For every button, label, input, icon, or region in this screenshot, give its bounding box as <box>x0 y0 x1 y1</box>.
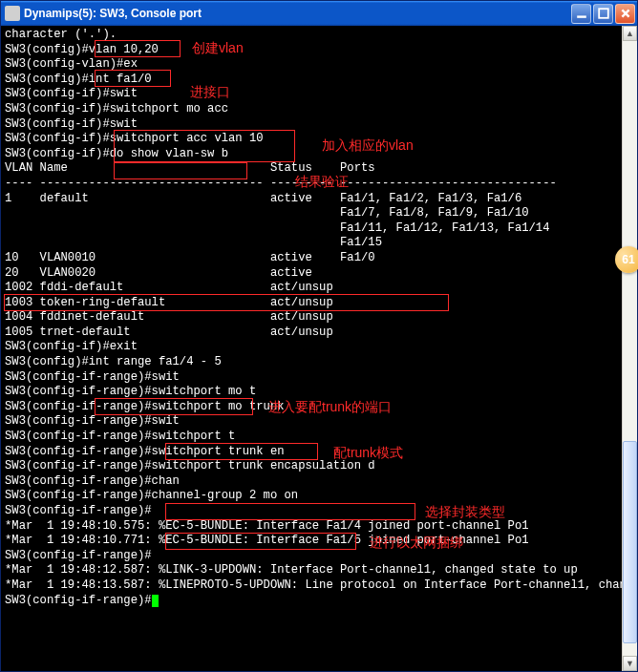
maximize-icon <box>598 8 609 19</box>
terminal-line: ---- -------------------------------- --… <box>5 177 633 192</box>
terminal-line: SW3(config)#vlan 10,20 <box>5 43 633 58</box>
minimize-icon <box>576 8 587 19</box>
close-button[interactable] <box>615 4 635 24</box>
terminal-line: SW3(config-if-range)#chan <box>5 474 633 490</box>
svg-rect-1 <box>599 9 608 18</box>
terminal-line: 1003 token-ring-default act/unsup <box>5 296 633 311</box>
side-badge[interactable]: 61 <box>615 246 638 273</box>
cursor <box>152 595 159 607</box>
scroll-down-button[interactable]: ▼ <box>623 656 637 671</box>
terminal-line: SW3(config-if)#swit <box>5 87 633 102</box>
terminal-line: SW3(config-if)#exit <box>5 340 633 355</box>
terminal-line: character ('.'). <box>5 28 633 43</box>
terminal-line: SW3(config-if-range)#switchport mo t <box>5 385 633 400</box>
terminal-line: SW3(config-if-range)#channel-group 2 mo … <box>5 489 633 504</box>
scroll-track[interactable] <box>623 41 637 656</box>
terminal-line: *Mar 1 19:48:10.771: %EC-5-BUNDLE: Inter… <box>5 534 633 549</box>
terminal-line: SW3(config-if)#swit <box>5 117 633 133</box>
terminal-line: 1004 fddinet-default act/unsup <box>5 310 633 326</box>
terminal-line: SW3(config-if-range)#switchport t <box>5 430 633 445</box>
terminal-line: *Mar 1 19:48:13.587: %LINEPROTO-5-UPDOWN… <box>5 578 633 594</box>
terminal-line: SW3(config-if)#switchport mo acc <box>5 102 633 117</box>
terminal-line: *Mar 1 19:48:10.575: %EC-5-BUNDLE: Inter… <box>5 519 633 535</box>
terminal-line: SW3(config)#int fa1/0 <box>5 73 633 88</box>
terminal-icon <box>5 6 20 21</box>
terminal-line: 1 default active Fa1/1, Fa1/2, Fa1/3, Fa… <box>5 192 633 207</box>
scroll-up-button[interactable]: ▲ <box>623 26 637 41</box>
terminal-line: VLAN Name Status Ports <box>5 161 633 177</box>
svg-rect-0 <box>577 15 586 17</box>
terminal-output[interactable]: character ('.').SW3(config)#vlan 10,20SW… <box>1 26 637 671</box>
terminal-line: SW3(config)#int range fa1/4 - 5 <box>5 355 633 370</box>
minimize-button[interactable] <box>571 4 591 24</box>
terminal-line: 20 VLAN0020 active <box>5 266 633 282</box>
maximize-button[interactable] <box>593 4 613 24</box>
window-title: Dynamips(5): SW3, Console port <box>24 7 571 20</box>
terminal-line: SW3(config-if)#do show vlan-sw b <box>5 147 633 162</box>
terminal-line: SW3(config-vlan)#ex <box>5 57 633 73</box>
terminal-line: 1002 fddi-default act/unsup <box>5 281 633 296</box>
titlebar[interactable]: Dynamips(5): SW3, Console port <box>1 1 637 26</box>
terminal-line: SW3(config-if-range)#swit <box>5 414 633 430</box>
terminal-line: Fa1/15 <box>5 236 633 251</box>
terminal-line: 1005 trnet-default act/unsup <box>5 326 633 341</box>
terminal-line: SW3(config-if-range)#switchport trunk en <box>5 445 633 460</box>
close-icon <box>620 8 631 19</box>
terminal-line: Fa1/7, Fa1/8, Fa1/9, Fa1/10 <box>5 206 633 221</box>
titlebar-buttons <box>571 4 635 24</box>
terminal-line: SW3(config-if-range)#switchport mo trunk <box>5 400 633 415</box>
terminal-line: SW3(config-if)#switchport acc vlan 10 <box>5 132 633 147</box>
scroll-thumb[interactable] <box>623 441 637 644</box>
terminal-line: SW3(config-if-range)# <box>5 549 633 564</box>
terminal-line: Fa1/11, Fa1/12, Fa1/13, Fa1/14 <box>5 221 633 237</box>
terminal-line: 10 VLAN0010 active Fa1/0 <box>5 251 633 266</box>
terminal-line: SW3(config-if-range)#switchport trunk en… <box>5 459 633 474</box>
terminal-line: SW3(config-if-range)# <box>5 504 633 519</box>
terminal-line: SW3(config-if-range)#swit <box>5 370 633 386</box>
terminal-line: SW3(config-if-range)# <box>5 594 633 609</box>
app-window: Dynamips(5): SW3, Console port character… <box>0 0 638 672</box>
vertical-scrollbar[interactable]: ▲ ▼ <box>622 26 637 671</box>
terminal-line: *Mar 1 19:48:12.587: %LINK-3-UPDOWN: Int… <box>5 563 633 578</box>
